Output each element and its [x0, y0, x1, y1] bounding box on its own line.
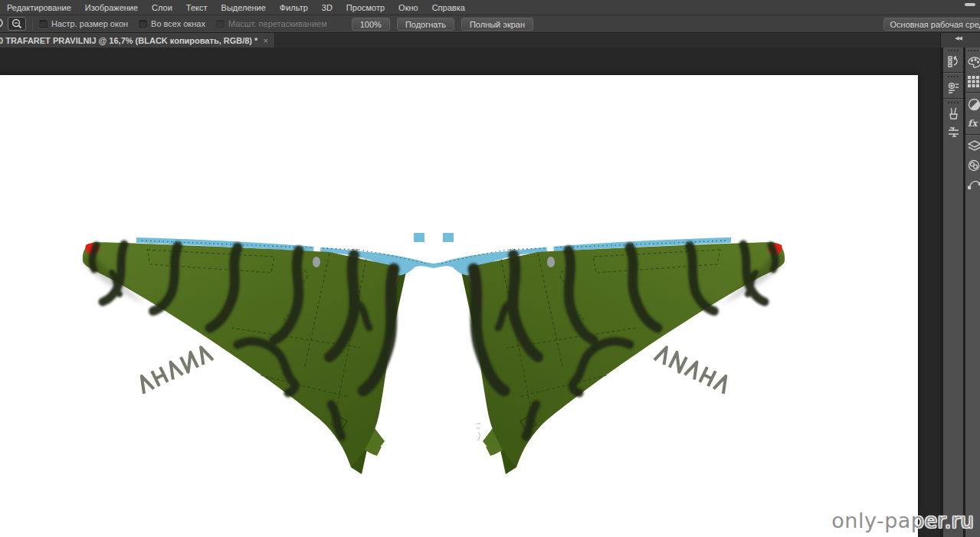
styles-panel-icon[interactable]: fx	[965, 115, 980, 132]
tool-presets-panel-icon[interactable]	[945, 123, 962, 140]
dock-divider	[943, 98, 963, 100]
fx-label: fx	[968, 118, 977, 129]
resize-windows-option[interactable]: Настр. размер окон	[39, 19, 128, 28]
dock-header: ◀◀	[940, 33, 980, 47]
menu-layers[interactable]: Слои	[145, 0, 179, 15]
zoom-in-icon[interactable]	[0, 17, 6, 31]
zoom-out-button[interactable]	[8, 17, 26, 31]
document-tab-title: 0 TRAFARET PRAVILNIJ @ 16,7% (BLACK копи…	[0, 36, 257, 45]
paths-panel-icon[interactable]	[965, 176, 980, 193]
panel-dock-column-1	[943, 47, 963, 537]
dock-divider	[965, 134, 980, 136]
menu-image[interactable]: Изображение	[78, 0, 145, 15]
watermark: only-paper.ru	[831, 509, 974, 532]
brush-panel-icon[interactable]	[945, 105, 962, 122]
menu-type[interactable]: Текст	[179, 0, 215, 15]
dock-grip[interactable]	[948, 76, 959, 77]
document-tab[interactable]: 0 TRAFARET PRAVILNIJ @ 16,7% (BLACK копи…	[0, 33, 275, 47]
pasteboard	[0, 47, 940, 537]
fill-screen-button[interactable]: Полный экран	[461, 18, 533, 31]
menu-edit[interactable]: Редактирование	[0, 0, 78, 15]
panel-dock: fx	[940, 47, 980, 537]
dock-grip[interactable]	[948, 50, 959, 51]
menu-select[interactable]: Выделение	[215, 0, 273, 15]
window-control-icon[interactable]	[965, 3, 975, 6]
dock-grip[interactable]	[948, 102, 959, 103]
zoom-all-windows-checkbox[interactable]	[139, 20, 147, 28]
zoom-all-windows-option[interactable]: Во всех окнах	[139, 19, 205, 28]
tab-close-icon[interactable]: ×	[263, 36, 267, 45]
document-canvas[interactable]	[0, 75, 918, 537]
actions-panel-icon[interactable]	[945, 79, 962, 96]
panel-dock-column-2: fx	[965, 47, 980, 537]
scrubby-zoom-label: Масшт. перетаскиванием	[228, 19, 327, 28]
options-bar: Настр. размер окон Во всех окнах Масшт. …	[0, 15, 980, 33]
history-panel-icon[interactable]	[945, 53, 962, 70]
collapse-panels-icon[interactable]: ◀◀	[955, 35, 962, 41]
menu-view[interactable]: Просмотр	[339, 0, 392, 15]
menu-help[interactable]: Справка	[425, 0, 472, 15]
dock-divider	[943, 72, 963, 74]
adjustments-panel-icon[interactable]	[965, 96, 980, 113]
scrubby-zoom-option: Масшт. перетаскиванием	[216, 19, 327, 28]
color-panel-icon[interactable]	[965, 54, 980, 70]
channels-panel-icon[interactable]	[965, 157, 980, 174]
workspace-switcher-button[interactable]: Основная рабочая сред	[883, 18, 980, 31]
fit-screen-button[interactable]: Подогнать	[397, 18, 454, 31]
resize-windows-label: Настр. размер окон	[51, 19, 128, 28]
layers-panel-icon[interactable]	[965, 138, 980, 155]
zoom-all-windows-label: Во всех окнах	[151, 19, 205, 28]
actual-pixels-button[interactable]: 100%	[352, 18, 390, 31]
separator	[32, 18, 33, 30]
scrubby-zoom-checkbox	[216, 20, 225, 28]
document-tab-bar: 0 TRAFARET PRAVILNIJ @ 16,7% (BLACK копи…	[0, 33, 940, 47]
dock-divider	[965, 92, 980, 93]
menu-window[interactable]: Окно	[392, 0, 425, 15]
menu-filter[interactable]: Фильтр	[273, 0, 315, 15]
dock-grip[interactable]	[968, 50, 978, 51]
wing-artwork	[0, 75, 918, 537]
resize-windows-checkbox[interactable]	[39, 20, 48, 28]
menu-3d[interactable]: 3D	[315, 0, 339, 15]
menu-bar: Редактирование Изображение Слои Текст Вы…	[0, 0, 980, 15]
swatches-panel-icon[interactable]	[965, 73, 980, 90]
